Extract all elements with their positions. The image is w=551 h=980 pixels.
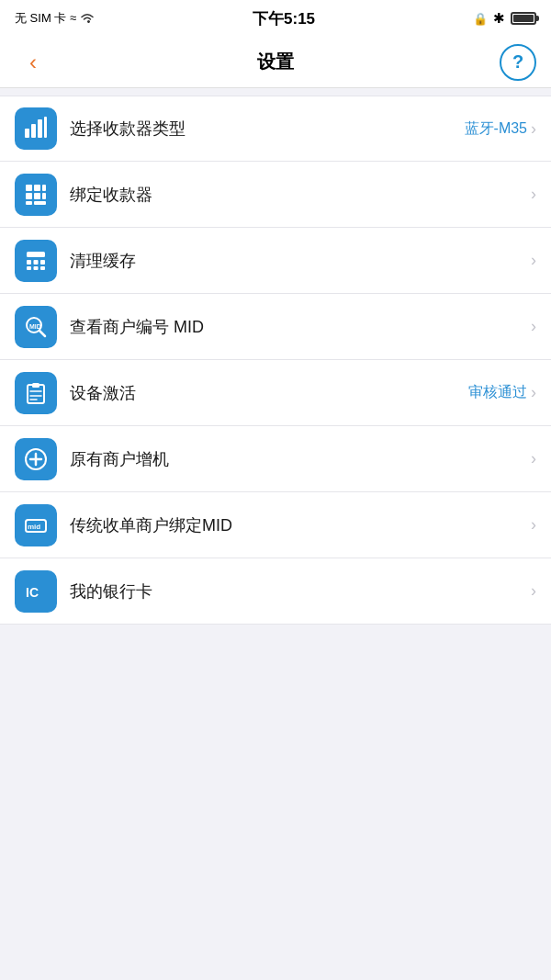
- svg-rect-14: [34, 260, 39, 265]
- clipboard-icon: [23, 380, 49, 406]
- lock-icon: 🔒: [473, 12, 488, 26]
- bind-mid-icon: mid: [15, 504, 57, 546]
- svg-rect-4: [26, 185, 32, 191]
- ic-card-icon: IC: [23, 579, 49, 604]
- svg-text:MID: MID: [29, 323, 41, 330]
- list-item-bank-card[interactable]: IC 我的银行卡 ›: [0, 558, 551, 625]
- calc-grid-icon: [23, 182, 49, 208]
- chevron-icon: ›: [531, 185, 536, 204]
- device-activate-value: 审核通过: [468, 383, 527, 402]
- chevron-icon: ›: [531, 317, 536, 336]
- back-button[interactable]: ‹: [15, 44, 51, 81]
- clear-cache-icon: [15, 240, 57, 282]
- status-time: 下午5:15: [253, 8, 315, 29]
- svg-rect-11: [34, 201, 46, 205]
- chevron-icon: ›: [531, 515, 536, 535]
- svg-rect-9: [42, 193, 46, 199]
- svg-rect-0: [25, 129, 29, 138]
- nav-bar: ‹ 设置 ?: [0, 37, 551, 88]
- bank-card-icon: IC: [15, 570, 57, 613]
- list-item-bind-receiver[interactable]: 绑定收款器 ›: [0, 162, 551, 228]
- circle-plus-icon: [23, 446, 49, 472]
- svg-rect-16: [27, 266, 31, 270]
- calculator-icon: [23, 248, 49, 274]
- device-activate-icon: [15, 372, 57, 414]
- device-activate-label: 设备激活: [70, 382, 468, 404]
- merchant-add-label: 原有商户增机: [70, 448, 531, 470]
- svg-rect-12: [27, 252, 45, 257]
- svg-rect-5: [34, 185, 40, 191]
- chevron-icon: ›: [531, 251, 536, 270]
- mid-tag-icon: mid: [23, 513, 49, 538]
- receiver-type-label: 选择收款器类型: [70, 118, 465, 140]
- svg-text:mid: mid: [28, 523, 40, 531]
- sim-status: 无 SIM 卡 ≈: [15, 10, 76, 27]
- help-button[interactable]: ?: [500, 44, 536, 81]
- page-title: 设置: [257, 50, 294, 74]
- svg-rect-23: [32, 383, 39, 388]
- list-item-view-mid[interactable]: MID 查看商户编号 MID ›: [0, 294, 551, 360]
- chevron-icon: ›: [531, 581, 536, 601]
- bluetooth-icon: ✱: [493, 10, 505, 27]
- status-right: 🔒 ✱: [473, 10, 536, 27]
- svg-rect-13: [27, 260, 31, 265]
- chevron-icon: ›: [531, 119, 536, 139]
- view-mid-icon: MID: [15, 306, 57, 348]
- bind-receiver-label: 绑定收款器: [70, 184, 531, 206]
- battery-icon: [511, 12, 536, 25]
- merchant-add-icon: [15, 438, 57, 480]
- clear-cache-label: 清理缓存: [70, 250, 531, 272]
- status-bar: 无 SIM 卡 ≈ 下午5:15 🔒 ✱: [0, 0, 551, 37]
- svg-rect-2: [38, 119, 42, 138]
- svg-rect-10: [26, 201, 32, 205]
- svg-rect-15: [40, 260, 45, 265]
- svg-line-20: [39, 331, 45, 336]
- list-item-device-activate[interactable]: 设备激活 审核通过 ›: [0, 360, 551, 426]
- svg-rect-7: [26, 193, 32, 199]
- svg-rect-8: [34, 193, 40, 199]
- svg-rect-6: [42, 185, 46, 191]
- chevron-icon: ›: [531, 449, 536, 468]
- svg-rect-18: [40, 266, 45, 270]
- list-item-clear-cache[interactable]: 清理缓存 ›: [0, 228, 551, 294]
- receiver-type-value: 蓝牙-M35: [465, 119, 527, 139]
- svg-rect-17: [34, 266, 39, 270]
- bind-receiver-icon: [15, 174, 57, 216]
- view-mid-label: 查看商户编号 MID: [70, 316, 531, 338]
- svg-text:IC: IC: [26, 585, 39, 600]
- wifi-icon: [80, 13, 95, 24]
- list-item-receiver-type[interactable]: 选择收款器类型 蓝牙-M35 ›: [0, 96, 551, 162]
- bank-card-label: 我的银行卡: [70, 580, 531, 603]
- list-item-merchant-add[interactable]: 原有商户增机 ›: [0, 426, 551, 492]
- signal-bars-icon: [23, 116, 49, 141]
- settings-list: 选择收款器类型 蓝牙-M35 › 绑定收款器 ›: [0, 96, 551, 625]
- bind-mid-label: 传统收单商户绑定MID: [70, 514, 531, 536]
- receiver-type-icon: [15, 107, 57, 150]
- svg-rect-1: [31, 124, 36, 138]
- status-left: 无 SIM 卡 ≈: [15, 10, 95, 27]
- mid-search-icon: MID: [23, 314, 49, 340]
- chevron-icon: ›: [531, 383, 536, 402]
- svg-rect-3: [44, 117, 47, 138]
- list-item-bind-mid[interactable]: mid 传统收单商户绑定MID ›: [0, 492, 551, 558]
